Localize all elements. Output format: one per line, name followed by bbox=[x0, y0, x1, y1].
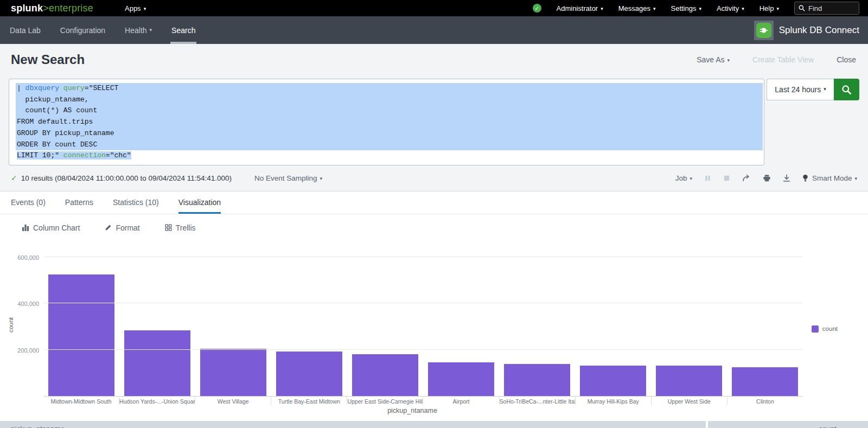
stop-button[interactable] bbox=[723, 175, 730, 182]
bar-6[interactable] bbox=[428, 362, 494, 396]
app-identity[interactable]: Splunk DB Connect bbox=[754, 16, 859, 44]
print-button[interactable] bbox=[763, 174, 771, 182]
nav-item-search[interactable]: Search bbox=[162, 16, 205, 44]
table-header-pickup_ntaname[interactable]: pickup_ntaname bbox=[0, 421, 706, 428]
close-button[interactable]: Close bbox=[837, 55, 856, 64]
tab-visualization[interactable]: Visualization bbox=[178, 191, 221, 214]
tab-statistics-10-[interactable]: Statistics (10) bbox=[113, 191, 159, 214]
menu-help[interactable]: Help bbox=[760, 4, 779, 12]
x-label: Airport bbox=[423, 396, 499, 405]
viz-toolbar: Column Chart Format Trellis bbox=[0, 214, 868, 241]
app-nav-bar: Data LabConfigurationHealthSearch Splunk… bbox=[0, 16, 868, 44]
x-label: SoHo-TriBeCa-...nter-Little Italy bbox=[499, 396, 575, 405]
tab-events-0-[interactable]: Events (0) bbox=[11, 191, 46, 214]
pencil-icon bbox=[105, 224, 112, 231]
export-button[interactable] bbox=[783, 174, 790, 182]
find-search-box[interactable] bbox=[794, 2, 859, 15]
gridline-400000 bbox=[43, 303, 803, 303]
bar-slot bbox=[195, 241, 271, 396]
search-bar-region: | dbxquery query="SELECT pickup_ntaname,… bbox=[0, 75, 868, 165]
plot-area: Midtown-Midtown SouthHudson Yards-...-Un… bbox=[43, 241, 803, 397]
page-title: New Search bbox=[11, 52, 85, 67]
menu-messages[interactable]: Messages bbox=[618, 4, 656, 12]
time-range-group: Last 24 hours bbox=[767, 79, 859, 165]
health-status-icon[interactable]: ✓ bbox=[533, 4, 541, 12]
query-line-6: ORDER BY count DESC bbox=[16, 139, 763, 151]
results-check-icon: ✓ bbox=[11, 174, 17, 182]
db-connect-logo bbox=[754, 21, 774, 40]
bars-row bbox=[43, 241, 803, 396]
find-input[interactable] bbox=[808, 4, 852, 12]
x-label: Midtown-Midtown South bbox=[43, 396, 119, 405]
trellis-button[interactable]: Trellis bbox=[165, 223, 196, 232]
job-controls: Job Smart Mode bbox=[675, 174, 857, 182]
bar-1[interactable] bbox=[48, 274, 114, 396]
page-header: New Search Save As Create Table View Clo… bbox=[0, 44, 868, 75]
menu-settings[interactable]: Settings bbox=[671, 4, 702, 12]
top-bar: splunk>enterprise Apps ✓ AdministratorMe… bbox=[0, 0, 868, 16]
x-label: Upper East Side-Carnegie Hill bbox=[347, 396, 423, 405]
bar-10[interactable] bbox=[732, 367, 798, 396]
bar-slot bbox=[651, 241, 727, 396]
menu-activity[interactable]: Activity bbox=[717, 4, 744, 12]
x-axis-title: pickup_ntaname bbox=[87, 407, 738, 414]
tab-patterns[interactable]: Patterns bbox=[65, 191, 93, 214]
x-label: Clinton bbox=[727, 396, 803, 405]
results-tabs: Events (0)PatternsStatistics (10)Visuali… bbox=[0, 191, 868, 214]
chart-type-button[interactable]: Column Chart bbox=[22, 223, 80, 232]
bar-4[interactable] bbox=[276, 352, 342, 396]
nav-item-health[interactable]: Health bbox=[115, 16, 162, 44]
smart-mode-label: Smart Mode bbox=[812, 174, 857, 182]
create-table-view-button: Create Table View bbox=[752, 55, 814, 64]
gridline-600000 bbox=[43, 257, 803, 257]
results-summary: 10 results (08/04/2024 11:00:00.000 to 0… bbox=[21, 174, 232, 182]
chart-type-label: Column Chart bbox=[33, 223, 80, 232]
nav-item-data-lab[interactable]: Data Lab bbox=[0, 16, 50, 44]
bar-3[interactable] bbox=[200, 349, 266, 396]
bar-8[interactable] bbox=[580, 366, 646, 396]
results-bar: ✓ 10 results (08/04/2024 11:00:00.000 to… bbox=[0, 165, 868, 191]
chart-legend[interactable]: count bbox=[812, 325, 838, 333]
splunk-logo: splunk>enterprise bbox=[11, 3, 93, 14]
query-line-3: count(*) AS count bbox=[16, 105, 763, 117]
time-range-picker[interactable]: Last 24 hours bbox=[767, 79, 834, 100]
gridline-200000 bbox=[43, 349, 803, 350]
bar-slot bbox=[423, 241, 499, 396]
menu-administrator[interactable]: Administrator bbox=[557, 4, 603, 12]
query-line-2: pickup_ntaname, bbox=[16, 94, 763, 106]
format-label: Format bbox=[116, 223, 139, 232]
bar-7[interactable] bbox=[504, 364, 570, 396]
save-as-button[interactable]: Save As bbox=[697, 55, 730, 64]
x-axis-labels: Midtown-Midtown SouthHudson Yards-...-Un… bbox=[43, 396, 803, 405]
appbar-items: Data LabConfigurationHealthSearch bbox=[0, 16, 205, 44]
legend-swatch bbox=[812, 325, 819, 333]
bar-slot bbox=[575, 241, 651, 396]
lightbulb-icon bbox=[802, 174, 808, 182]
table-header-count[interactable]: count bbox=[708, 421, 868, 428]
smart-mode-menu[interactable]: Smart Mode bbox=[802, 174, 857, 182]
bar-9[interactable] bbox=[656, 366, 722, 395]
search-query-input[interactable]: | dbxquery query="SELECT pickup_ntaname,… bbox=[9, 79, 764, 165]
bar-5[interactable] bbox=[352, 354, 418, 396]
pause-button[interactable] bbox=[704, 175, 711, 182]
query-line-4: FROM default.trips bbox=[16, 117, 763, 128]
format-button[interactable]: Format bbox=[105, 223, 139, 232]
bar-slot bbox=[499, 241, 575, 396]
x-label: Turtle Bay-East Midtown bbox=[271, 396, 347, 405]
y-tick-label: 400,000 bbox=[0, 301, 39, 307]
y-tick-label: 200,000 bbox=[0, 347, 39, 354]
share-button[interactable] bbox=[742, 174, 751, 182]
bar-slot bbox=[119, 241, 195, 396]
event-sampling-menu[interactable]: No Event Sampling bbox=[254, 174, 322, 182]
logo-splunk: splunk bbox=[11, 3, 43, 14]
statistics-table-header: pickup_ntanamecount bbox=[0, 421, 868, 428]
job-menu[interactable]: Job bbox=[675, 174, 692, 182]
bar-2[interactable] bbox=[124, 330, 190, 396]
nav-item-configuration[interactable]: Configuration bbox=[50, 16, 115, 44]
search-icon bbox=[799, 5, 805, 11]
run-search-button[interactable] bbox=[834, 79, 859, 100]
bar-slot bbox=[43, 241, 119, 396]
topbar-right: ✓ AdministratorMessagesSettingsActivityH… bbox=[533, 2, 859, 15]
apps-menu[interactable]: Apps bbox=[125, 4, 146, 12]
legend-label: count bbox=[822, 325, 838, 332]
